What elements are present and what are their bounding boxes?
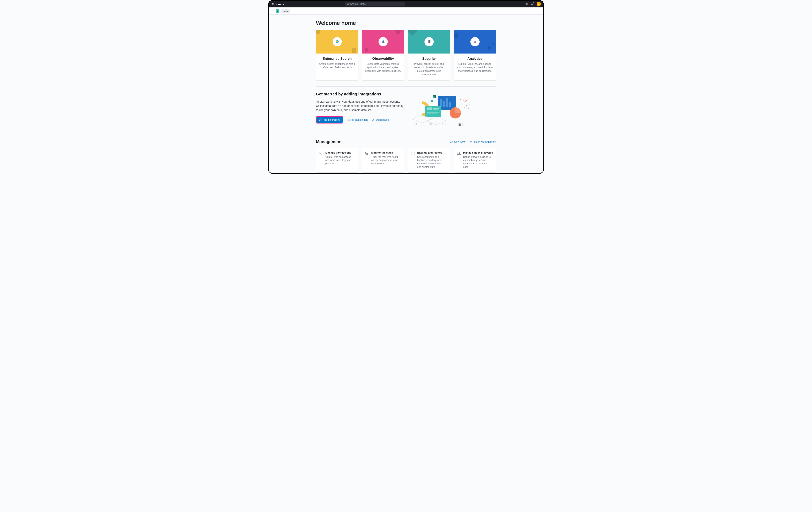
- app-frame: elastic Search Elastic n D Home We: [268, 0, 544, 174]
- card-title: Back up and restore: [417, 151, 447, 154]
- card-desc: Control who has access and what tasks th…: [325, 155, 355, 165]
- link-label: Upload a file: [376, 118, 389, 121]
- search-placeholder: Search Elastic: [350, 3, 366, 5]
- integrations-section: Get started by adding integrations To st…: [316, 92, 496, 128]
- svg-point-38: [466, 105, 467, 106]
- svg-rect-32: [427, 108, 432, 110]
- svg-rect-15: [382, 41, 383, 43]
- analytics-icon: [473, 39, 477, 44]
- svg-rect-24: [440, 99, 442, 107]
- storage-icon: [411, 152, 415, 156]
- solution-enterprise-search[interactable]: Enterprise Search Create search experien…: [316, 30, 358, 80]
- svg-rect-29: [431, 100, 433, 102]
- elastic-logo-icon: [271, 2, 274, 6]
- brand-logo[interactable]: elastic: [271, 2, 285, 6]
- nav-toggle-icon[interactable]: [270, 9, 274, 13]
- index-settings-icon: [457, 152, 461, 156]
- notification-dot: [533, 2, 534, 3]
- solution-title: Enterprise Search: [319, 57, 355, 61]
- integrations-text: To start working with your data, use one…: [316, 100, 404, 112]
- enterprise-search-icon: [335, 39, 340, 44]
- mgmt-backup-restore[interactable]: Back up and restore Save snapshots to a …: [408, 148, 450, 173]
- solution-title: Security: [411, 57, 447, 61]
- space-selector[interactable]: D: [276, 9, 280, 13]
- solution-title: Observability: [365, 57, 401, 61]
- link-label: Stack Management: [473, 140, 496, 143]
- svg-rect-25: [443, 101, 445, 107]
- card-title: Monitor the stack: [371, 151, 401, 154]
- button-label: Add integrations: [323, 118, 340, 121]
- stack-management-link[interactable]: Stack Management: [470, 140, 496, 143]
- brand-name: elastic: [276, 2, 285, 6]
- add-integrations-button[interactable]: Add integrations: [317, 117, 343, 123]
- svg-point-3: [272, 4, 274, 5]
- solution-desc: Create search experiences with a refined…: [319, 62, 355, 69]
- solution-observability[interactable]: Observability Consolidate your logs, met…: [362, 30, 404, 80]
- card-desc: Track the real-time health and performan…: [371, 155, 401, 165]
- observability-icon: [381, 39, 385, 44]
- svg-point-52: [445, 124, 446, 125]
- svg-rect-27: [449, 102, 451, 107]
- mgmt-index-lifecycles[interactable]: Manage index lifecycles Define lifecycle…: [454, 148, 496, 173]
- solution-desc: Consolidate your logs, metrics, applicat…: [365, 62, 401, 73]
- heartbeat-icon: [365, 152, 369, 156]
- svg-point-6: [525, 3, 527, 5]
- newsfeed-icon[interactable]: [530, 2, 534, 6]
- management-header: Management Dev Tools Stack Management: [316, 139, 496, 144]
- svg-point-0: [271, 3, 273, 4]
- svg-point-8: [531, 5, 531, 5]
- user-avatar[interactable]: n: [536, 2, 541, 6]
- breadcrumb-bar: D Home: [269, 7, 543, 14]
- svg-point-58: [412, 154, 412, 155]
- upload-file-link[interactable]: Upload a file: [372, 118, 389, 121]
- svg-rect-42: [430, 123, 432, 125]
- global-header: elastic Search Elastic n: [269, 1, 543, 7]
- link-label: Try sample data: [351, 118, 368, 121]
- svg-point-54: [321, 153, 321, 153]
- svg-point-53: [471, 141, 471, 142]
- svg-point-2: [271, 4, 273, 5]
- solution-analytics[interactable]: Analytics Explore, visualize, and analyz…: [454, 30, 496, 80]
- svg-point-1: [273, 3, 274, 4]
- help-icon[interactable]: [525, 2, 528, 6]
- card-desc: Define lifecycle policies to automatical…: [463, 155, 493, 169]
- management-title: Management: [316, 139, 342, 144]
- solution-desc: Prevent, collect, detect, and respond to…: [411, 62, 447, 77]
- card-title: Manage permissions: [325, 151, 355, 154]
- solution-desc: Explore, visualize, and analyze your dat…: [457, 62, 493, 73]
- mgmt-monitor-stack[interactable]: Monitor the stack Track the real-time he…: [362, 148, 404, 173]
- svg-point-14: [336, 41, 338, 42]
- wrench-icon: [450, 140, 453, 143]
- upload-icon: [372, 118, 375, 121]
- card-desc: Save snapshots to a backup repository, a…: [417, 155, 447, 169]
- mgmt-manage-permissions[interactable]: Manage permissions Control who has acces…: [316, 148, 358, 173]
- svg-line-5: [348, 4, 349, 5]
- page-title: Welcome home: [316, 20, 496, 26]
- solution-cards: Enterprise Search Create search experien…: [316, 30, 496, 80]
- search-icon: [347, 3, 349, 5]
- solution-security[interactable]: Security Prevent, collect, detect, and r…: [408, 30, 450, 80]
- link-label: Dev Tools: [454, 140, 466, 143]
- try-sample-data-link[interactable]: Try sample data: [347, 118, 368, 121]
- management-cards: Manage permissions Control who has acces…: [316, 148, 496, 173]
- svg-rect-16: [383, 40, 384, 43]
- card-title: Manage index lifecycles: [463, 151, 493, 154]
- document-icon: [347, 118, 350, 121]
- svg-point-4: [347, 3, 348, 5]
- main-content: Welcome home Enterprise Search Create se…: [316, 14, 496, 174]
- solution-title: Analytics: [457, 57, 493, 61]
- gear-icon: [470, 140, 472, 143]
- svg-rect-26: [446, 98, 448, 107]
- breadcrumb-home[interactable]: Home: [281, 9, 290, 12]
- divider: [316, 134, 496, 134]
- svg-point-51: [442, 123, 443, 124]
- divider: [316, 86, 496, 87]
- plus-circle-icon: [319, 118, 322, 121]
- svg-rect-17: [384, 42, 384, 43]
- svg-point-7: [526, 3, 527, 5]
- dev-tools-link[interactable]: Dev Tools: [450, 140, 466, 143]
- security-icon: [427, 39, 431, 44]
- global-search[interactable]: Search Elastic: [345, 2, 405, 6]
- shield-user-icon: [319, 152, 323, 156]
- integrations-illustration: [410, 92, 474, 128]
